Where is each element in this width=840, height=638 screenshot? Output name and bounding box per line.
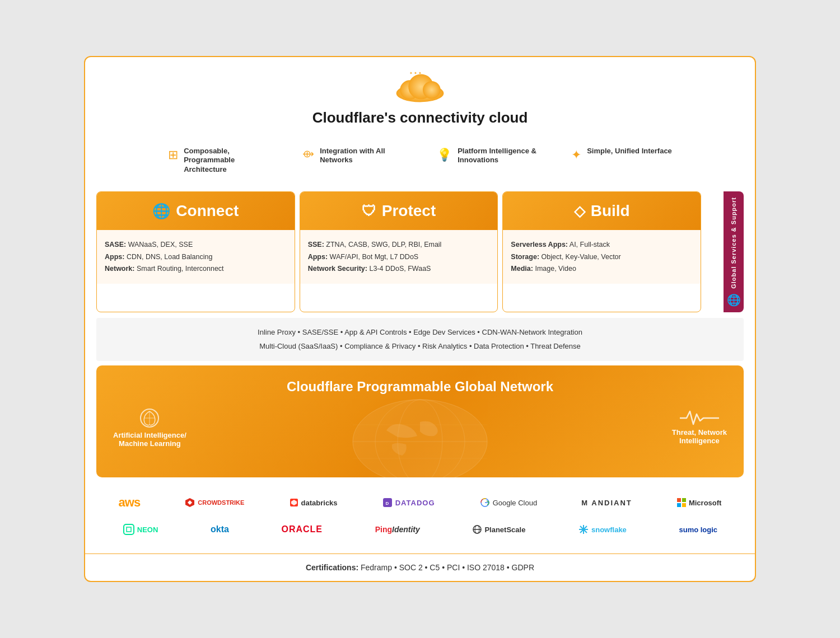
svg-text:• • • • •: • • • • • [416, 100, 424, 103]
partner-microsoft: Microsoft [676, 498, 722, 508]
columns-wrapper: 🌐 Connect SASE: WANaaS, DEX, SSE Apps: C… [96, 191, 744, 312]
protect-title: Protect [382, 202, 436, 220]
neon-icon [123, 523, 135, 536]
features-row: ⊞ Composable, Programmable Architecture … [85, 141, 755, 186]
planetscale-text: PlanetScale [484, 526, 525, 534]
partners-row-1: aws CROWDSTRIKE databricks D [96, 489, 744, 517]
svg-rect-20 [677, 498, 681, 502]
build-body: Serverless Apps: AI, Full-stack Storage:… [503, 230, 701, 284]
google-text: Google Cloud [493, 499, 538, 507]
partner-datadog: D DATADOG [382, 497, 435, 508]
certifications-label: Certifications: [306, 563, 358, 572]
sumologic-text: sumo logic [679, 526, 717, 534]
protect-icon: 🛡 [362, 203, 376, 220]
databricks-text: databricks [301, 499, 338, 507]
composable-text: Composable, Programmable Architecture [184, 147, 269, 175]
partner-crowdstrike: CROWDSTRIKE [184, 497, 244, 508]
protect-body: SSE: ZTNA, CASB, SWG, DLP, RBI, Email Ap… [300, 230, 498, 284]
middle-bar-line1: Inline Proxy • SASE/SSE • App & API Cont… [108, 326, 732, 340]
partner-planetscale: PlanetScale [472, 524, 525, 534]
cloud-icon: ✦ ✦ ✦ • • • • • [392, 68, 448, 105]
certifications-items: Fedramp • SOC 2 • C5 • PCI • ISO 27018 •… [361, 563, 534, 572]
feature-simple: ✦ Simple, Unified Interface [571, 147, 672, 175]
connect-header: 🌐 Connect [97, 192, 295, 230]
sidebar-globe-icon: 🌐 [727, 293, 741, 307]
planetscale-icon [472, 524, 482, 534]
protect-header: 🛡 Protect [300, 192, 498, 230]
oracle-text: ORACLE [281, 524, 323, 534]
svg-text:D: D [385, 501, 389, 506]
microsoft-text: Microsoft [689, 499, 722, 507]
partner-sumologic: sumo logic [679, 526, 717, 534]
connect-body: SASE: WANaaS, DEX, SSE Apps: CDN, DNS, L… [97, 230, 295, 284]
crowdstrike-text: CROWDSTRIKE [198, 499, 244, 506]
threat-label: Threat, NetworkIntelligence [672, 428, 727, 445]
certifications-bar: Certifications: Fedramp • SOC 2 • C5 • P… [85, 553, 755, 581]
connect-column: 🌐 Connect SASE: WANaaS, DEX, SSE Apps: C… [96, 191, 295, 312]
connect-icon: 🌐 [152, 203, 170, 220]
platform-text: Platform Intelligence & Innovations [458, 147, 538, 166]
partners-row-2: NEON okta ORACLE PingIdentity PlanetScal… [96, 517, 744, 542]
simple-text: Simple, Unified Interface [587, 147, 672, 156]
feature-platform: 💡 Platform Intelligence & Innovations [437, 147, 538, 175]
pulse-icon [680, 409, 719, 428]
partner-databricks: databricks [289, 498, 338, 508]
build-title: Build [591, 202, 630, 220]
feature-integration: ⟴ Integration with All Networks [302, 147, 403, 175]
composable-icon: ⊞ [168, 148, 178, 162]
aws-logo: aws [119, 495, 141, 510]
svg-text:✦ ✦ ✦: ✦ ✦ ✦ [409, 71, 422, 75]
ai-label: Artificial Intelligence/Machine Learning [113, 431, 186, 448]
build-header: ◇ Build [503, 192, 701, 230]
partner-ping: PingIdentity [375, 525, 420, 534]
partner-oracle: ORACLE [281, 524, 323, 534]
svg-rect-23 [682, 503, 686, 507]
svg-point-33 [582, 528, 585, 531]
cloud-header: ✦ ✦ ✦ • • • • • Cloudflare's connectivit… [85, 57, 755, 141]
brain-icon [136, 406, 164, 431]
protect-column: 🛡 Protect SSE: ZTNA, CASB, SWG, DLP, RBI… [300, 191, 498, 312]
platform-icon: 💡 [437, 148, 452, 162]
neon-text: NEON [137, 526, 158, 534]
svg-rect-21 [682, 498, 686, 502]
ping-text: PingIdentity [375, 525, 420, 534]
okta-text: okta [211, 524, 229, 534]
partner-mandiant: M ANDIANT [581, 499, 632, 507]
databricks-icon [289, 498, 299, 508]
microsoft-icon [676, 498, 687, 508]
simple-icon: ✦ [571, 148, 581, 162]
snowflake-text: snowflake [591, 526, 627, 534]
main-container: ✦ ✦ ✦ • • • • • Cloudflare's connectivit… [84, 56, 756, 583]
globe-visual [342, 391, 498, 477]
svg-marker-25 [127, 527, 131, 532]
partner-aws: aws [119, 495, 141, 510]
mandiant-text: M ANDIANT [581, 499, 632, 507]
global-right-threat: Threat, NetworkIntelligence [672, 409, 727, 445]
feature-composable: ⊞ Composable, Programmable Architecture [168, 147, 269, 175]
connect-title: Connect [176, 202, 239, 220]
svg-rect-22 [677, 503, 681, 507]
datadog-text: DATADOG [395, 499, 435, 507]
datadog-icon: D [382, 497, 393, 508]
page-title: Cloudflare's connectivity cloud [312, 109, 528, 126]
partner-google: Google Cloud [479, 497, 538, 508]
middle-bar-line2: Multi-Cloud (SaaS/IaaS) • Compliance & P… [108, 340, 732, 354]
integration-icon: ⟴ [302, 148, 314, 160]
build-column: ◇ Build Serverless Apps: AI, Full-stack … [502, 191, 701, 312]
partner-neon: NEON [123, 523, 158, 536]
global-network-section: Cloudflare Programmable Global Network [96, 365, 744, 477]
partners-section: aws CROWDSTRIKE databricks D [96, 483, 744, 548]
global-services-sidebar: Global Services & Support 🌐 [724, 191, 744, 312]
middle-bar: Inline Proxy • SASE/SSE • App & API Cont… [96, 318, 744, 361]
svg-point-6 [353, 400, 487, 477]
crowdstrike-icon [184, 497, 195, 508]
partner-okta: okta [211, 524, 229, 534]
google-icon [479, 497, 491, 508]
integration-text: Integration with All Networks [320, 147, 403, 166]
partner-snowflake: snowflake [578, 524, 627, 535]
svg-rect-24 [124, 524, 134, 534]
snowflake-icon [578, 524, 589, 535]
sidebar-label: Global Services & Support [730, 197, 737, 289]
svg-point-3 [423, 81, 440, 98]
columns-inner: 🌐 Connect SASE: WANaaS, DEX, SSE Apps: C… [96, 191, 701, 312]
